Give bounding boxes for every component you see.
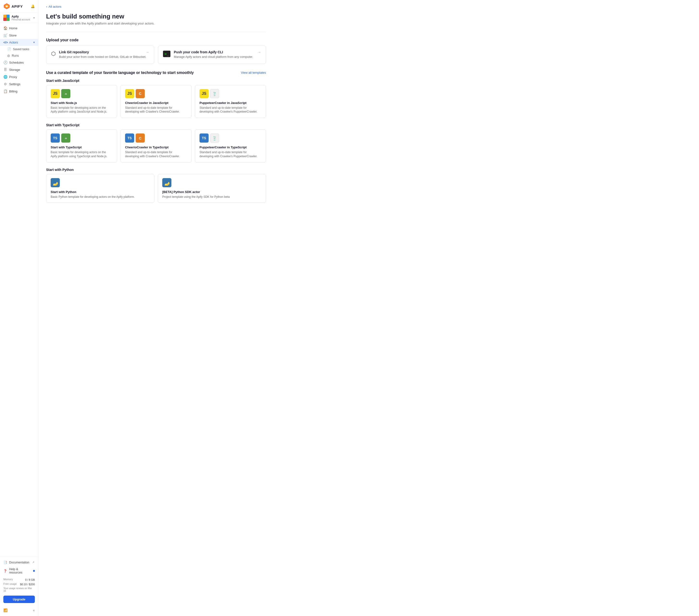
documentation-link[interactable]: 📑 Documentation ↗ [0, 559, 38, 566]
sidebar-item-home-label: Home [9, 26, 17, 30]
home-icon: 🏠 [3, 26, 7, 30]
svg-text:JS: JS [65, 137, 67, 140]
lang-sections: Start with JavaScript JS JS [46, 79, 266, 203]
git-icon: ⬡ [51, 51, 56, 57]
svg-text:Pup: Pup [213, 136, 215, 137]
sidebar-item-settings-label: Settings [9, 82, 21, 86]
template-puppeteer-ts[interactable]: TS Pup pet eer Pup [195, 129, 266, 162]
template-python-basic[interactable]: Start with Python Basic Python template … [46, 174, 154, 203]
external-link-icon: ↗ [32, 561, 34, 564]
settings-icon: ⚙ [3, 82, 7, 86]
upload-card-git[interactable]: ⬡ Link Git repository → Build your actor… [46, 45, 154, 64]
python-beta-template-desc: Project template using the Apify SDK for… [162, 195, 261, 199]
page-title: Let's build something new [46, 13, 266, 20]
logo-text: APIFY [12, 4, 23, 9]
sidebar-item-saved-tasks[interactable]: 📄 Saved tasks [0, 46, 38, 52]
breadcrumb[interactable]: ‹ All actors [46, 5, 266, 9]
sidebar-item-actors[interactable]: </> Actors ▾ [0, 39, 38, 46]
sidebar-item-schedules[interactable]: 🕐 Schedules [0, 59, 38, 66]
cheerio-ts-template-desc: Standard and up-to-date template for dev… [125, 150, 187, 158]
git-arrow-icon: → [146, 50, 149, 54]
git-card-title: Link Git repository [59, 50, 89, 54]
sidebar-item-storage[interactable]: 🗄 Storage [0, 66, 38, 73]
js-section: Start with JavaScript JS JS [46, 79, 266, 118]
python-section-title: Start with Python [46, 168, 266, 172]
sidebar-header: APIFY 🔔 [0, 0, 38, 13]
sidebar-item-proxy[interactable]: 🌐 Proxy [0, 73, 38, 80]
template-cheerio-js[interactable]: JS C CheerioCrawler in JavaScript Standa… [120, 85, 192, 118]
help-resources-link[interactable]: ❓ Help & resources [0, 566, 38, 576]
python-beta-icons [162, 178, 261, 187]
svg-rect-8 [6, 18, 10, 21]
puppeteer-js-template-desc: Standard and up-to-date template for dev… [199, 106, 261, 114]
account-selector[interactable]: Apify Personal account ▾ [0, 13, 38, 23]
sidebar-item-runs[interactable]: ◎ Runs [0, 52, 38, 59]
upload-section-title: Upload your code [46, 38, 266, 42]
nodejs-icon: JS [61, 89, 70, 98]
svg-text:pet: pet [214, 138, 215, 139]
cli-icon: >_ [163, 51, 170, 57]
nodejs-icons: JS JS [51, 89, 113, 98]
sidebar-item-proxy-label: Proxy [9, 75, 17, 79]
cheerio-js-icons: JS C [125, 89, 187, 98]
sidebar-item-store-label: Store [9, 34, 16, 37]
python-basic-icons [51, 178, 150, 187]
svg-rect-6 [6, 15, 10, 18]
templates-section: Use a curated template of your favorite … [46, 70, 266, 203]
puppeteer-icon: Pup pet eer [210, 89, 219, 98]
python-icon [51, 178, 60, 187]
collapse-sidebar-icon[interactable]: « [33, 608, 35, 612]
breadcrumb-back-icon: ‹ [46, 5, 47, 9]
sidebar-item-home[interactable]: 🏠 Home [0, 25, 38, 32]
template-ts-node[interactable]: TS JS Start with TypeScript Basic templa… [46, 129, 117, 162]
ts-section-title: Start with TypeScript [46, 123, 266, 127]
sidebar-item-runs-label: Runs [12, 54, 19, 57]
account-info: Apify Personal account [12, 15, 31, 21]
apify-logo-icon [3, 3, 10, 10]
python-basic-template-desc: Basic Python template for developing act… [51, 195, 150, 199]
free-usage-value: $0.10 / $200 [20, 583, 35, 586]
js-icon-2: JS [125, 89, 134, 98]
breadcrumb-label: All actors [49, 5, 61, 9]
sidebar-item-store[interactable]: 🛒 Store [0, 32, 38, 39]
proxy-icon: 🌐 [3, 75, 7, 79]
python-beta-template-name: [BETA] Python SDK actor [162, 190, 261, 194]
documentation-icon: 📑 [3, 561, 7, 564]
git-card-content: Link Git repository → Build your actor f… [59, 50, 149, 59]
logo[interactable]: APIFY [3, 3, 23, 10]
cli-card-content: Push your code from Apify CLI → Manage A… [174, 50, 261, 59]
ts-node-template-name: Start with TypeScript [51, 145, 113, 149]
ts-node-template-desc: Basic template for developing actors on … [51, 150, 113, 158]
cheerio-icon-2: C [136, 133, 145, 143]
notification-bell-icon[interactable]: 🔔 [31, 4, 35, 8]
wifi-icon: 📶 [3, 608, 8, 612]
resource-memory: Memory 0 / 8 GB Free usage $0.10 / $200 … [0, 576, 38, 594]
svg-text:pet: pet [214, 93, 215, 95]
svg-text:JS: JS [65, 93, 67, 95]
store-icon: 🛒 [3, 34, 7, 37]
saved-tasks-icon: 📄 [7, 47, 11, 51]
puppeteer-ts-template-desc: Standard and up-to-date template for dev… [199, 150, 261, 158]
cheerio-ts-icons: TS C [125, 133, 187, 143]
upgrade-button[interactable]: Upgrade [3, 595, 35, 603]
template-puppeteer-js[interactable]: JS Pup pet eer Pup [195, 85, 266, 118]
upload-card-cli[interactable]: >_ Push your code from Apify CLI → Manag… [158, 45, 266, 64]
python-template-cards: Start with Python Basic Python template … [46, 174, 266, 203]
sidebar-item-settings[interactable]: ⚙ Settings [0, 80, 38, 88]
view-all-templates-link[interactable]: View all templates [241, 71, 266, 75]
sidebar-item-billing[interactable]: 📋 Billing [0, 88, 38, 95]
svg-rect-5 [3, 15, 6, 18]
account-type: Personal account [12, 18, 31, 21]
cheerio-js-template-desc: Standard and up-to-date template for dev… [125, 106, 187, 114]
nodejs-template-name: Start with Node.js [51, 101, 113, 105]
help-icon: ❓ [3, 569, 7, 573]
puppeteer-icon-2: Pup pet eer [210, 133, 219, 143]
puppeteer-js-template-name: PuppeteerCrawler in JavaScript [199, 101, 261, 105]
memory-value: 0 / 8 GB [25, 578, 35, 581]
template-cheerio-ts[interactable]: TS C CheerioCrawler in TypeScript Standa… [120, 129, 192, 162]
ts-node-icons: TS JS [51, 133, 113, 143]
svg-rect-7 [3, 18, 6, 21]
template-nodejs[interactable]: JS JS Start with Node.js Basic template … [46, 85, 117, 118]
template-python-beta[interactable]: [BETA] Python SDK actor Project template… [158, 174, 266, 203]
sidebar-item-saved-tasks-label: Saved tasks [13, 48, 29, 51]
